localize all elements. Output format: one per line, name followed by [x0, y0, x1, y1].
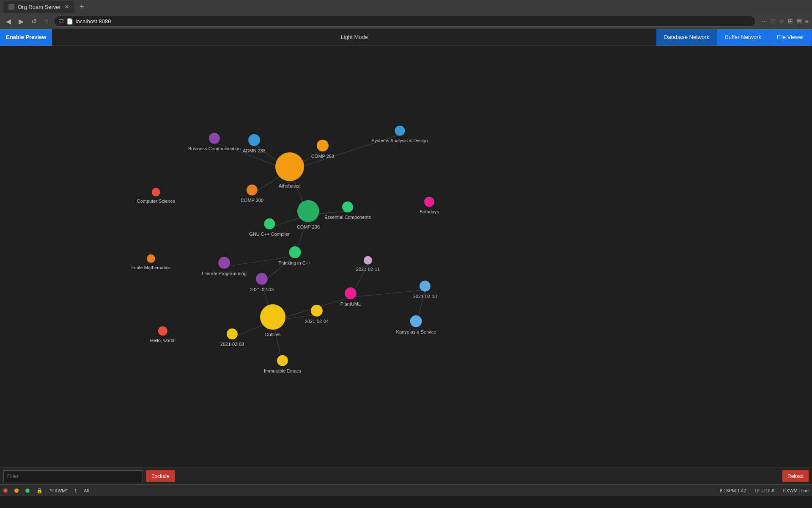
node-circle-dotfiles — [260, 304, 285, 330]
graph-node-literate_prog[interactable]: Literate Programming — [202, 257, 247, 276]
node-circle-date_20210213 — [420, 281, 431, 292]
new-tab-button[interactable]: + — [76, 3, 88, 11]
graph-node-essential_components[interactable]: Essential Components — [324, 202, 371, 220]
back-button[interactable]: ◀ — [3, 16, 14, 27]
graph-node-athabasca[interactable]: Athabasca — [275, 152, 304, 189]
status-dot-yellow — [14, 489, 19, 493]
node-circle-systems_analysis — [395, 126, 405, 136]
graph-node-admn233[interactable]: ADMN 233 — [243, 134, 266, 154]
grid-icon[interactable]: ⊞ — [788, 18, 793, 25]
status-bar: 🔒 *EXWM* 1 All 8:18PM 1.42 LF UTF-8 EXWM… — [0, 484, 812, 496]
filter-input[interactable] — [3, 470, 143, 482]
node-circle-computer_science — [152, 188, 160, 196]
node-circle-date_20210211 — [364, 256, 372, 265]
node-label-date_20210203: 2021-02-03 — [250, 287, 274, 293]
node-circle-date_20210208 — [227, 329, 238, 340]
buffer-network-button[interactable]: Buffer Network — [717, 29, 769, 46]
graph-node-computer_science[interactable]: Computer Science — [137, 188, 176, 204]
node-label-finite_math: Finite Mathematics — [132, 265, 170, 271]
node-label-date_20210211: 2021-02-11 — [356, 266, 380, 272]
graph-node-systems_analysis[interactable]: Systems Analysis & Design — [371, 126, 428, 144]
page-icon: 📄 — [66, 18, 73, 25]
active-tab[interactable]: Org Roam Server ✕ — [3, 1, 74, 13]
node-label-kanye: Kanye as a Service — [396, 329, 436, 335]
forward-button[interactable]: ▶ — [16, 16, 26, 27]
database-network-button[interactable]: Database Network — [656, 29, 717, 46]
graph-node-comp206[interactable]: COMP 206 — [297, 200, 320, 230]
node-circle-plantuml — [345, 287, 357, 299]
node-circle-immutable_emacs — [277, 355, 288, 366]
graph-node-comp200[interactable]: COMP 200 — [241, 185, 263, 203]
exclude-button[interactable]: Exclude — [146, 470, 175, 482]
node-label-business_comm: Business Communication — [188, 146, 241, 152]
graph-node-date_20210204[interactable]: 2021-02-04 — [305, 305, 329, 324]
node-label-literate_prog: Literate Programming — [202, 271, 247, 276]
node-circle-gnu_cpp — [264, 218, 275, 229]
node-label-gnu_cpp: GNU C++ Compiler — [249, 231, 289, 237]
node-label-admn233: ADMN 233 — [243, 148, 266, 154]
address-text: localhost:8080 — [76, 18, 111, 25]
star-icon[interactable]: ☆ — [779, 18, 785, 25]
node-circle-athabasca — [275, 152, 304, 181]
node-label-date_20210213: 2021-02-13 — [413, 293, 437, 299]
status-exwm: EXWM : line — [783, 488, 809, 493]
sidebar-icon[interactable]: ▤ — [796, 18, 802, 25]
graph-node-dotfiles[interactable]: Dotfiles — [260, 304, 285, 337]
node-circle-admn233 — [248, 134, 260, 146]
status-dot-red — [3, 489, 8, 493]
tab-close-button[interactable]: ✕ — [64, 3, 69, 10]
graph-node-date_20210213[interactable]: 2021-02-13 — [413, 281, 437, 299]
node-circle-date_20210204 — [311, 305, 323, 317]
node-label-birthdays: Birthdays — [420, 209, 439, 215]
tab-bar: Org Roam Server ✕ + — [0, 0, 812, 14]
graph-node-comp268[interactable]: COMP 268 — [311, 140, 334, 159]
graph-node-thinking_cpp[interactable]: Thinking in C++ — [278, 246, 311, 266]
status-encoding: LF UTF-8 — [754, 488, 774, 493]
graph-node-immutable_emacs[interactable]: Immutable Emacs — [264, 355, 301, 374]
tab-favicon — [8, 4, 14, 10]
light-mode-label: Light Mode — [341, 34, 368, 40]
node-label-plantuml: PlantUML — [340, 301, 361, 307]
graph-node-date_20210211[interactable]: 2021-02-11 — [356, 256, 380, 272]
graph-node-birthdays[interactable]: Birthdays — [420, 197, 439, 215]
node-circle-date_20210203 — [256, 273, 268, 285]
reload-graph-button[interactable]: Reload — [782, 470, 809, 482]
home-button[interactable]: ⌂ — [42, 16, 51, 27]
graph-node-kanye[interactable]: Kanye as a Service — [396, 315, 436, 335]
main-area: AthabascaCOMP 206ADMN 233COMP 268Busines… — [0, 46, 812, 496]
node-circle-birthdays — [424, 197, 434, 207]
menu-icon[interactable]: ≡ — [805, 18, 809, 25]
status-dot-green — [25, 489, 30, 493]
graph-node-plantuml[interactable]: PlantUML — [340, 287, 361, 307]
node-circle-finite_math — [147, 254, 155, 263]
node-circle-comp268 — [317, 140, 329, 152]
address-bar[interactable]: 🛡 📄 localhost:8080 — [54, 16, 756, 27]
graph-node-date_20210208[interactable]: 2021-02-08 — [220, 329, 244, 347]
browser-nav-icons: ··· ♡ ☆ ⊞ ▤ ≡ — [762, 18, 809, 25]
toolbar-center: Light Mode — [52, 34, 656, 40]
graph-node-finite_math[interactable]: Finite Mathematics — [132, 254, 170, 271]
node-label-date_20210208: 2021-02-08 — [220, 341, 244, 347]
toolbar-right: Database Network Buffer Network File Vie… — [656, 29, 812, 46]
more-icon[interactable]: ··· — [762, 18, 767, 25]
node-label-comp206: COMP 206 — [297, 224, 320, 230]
node-circle-literate_prog — [218, 257, 230, 269]
node-circle-kanye — [410, 315, 422, 327]
graph-node-hello_world[interactable]: Hello, world! — [150, 326, 176, 343]
node-circle-essential_components — [342, 202, 353, 213]
enable-preview-button[interactable]: Enable Preview — [0, 29, 52, 46]
status-workspace: *EXWM* — [49, 488, 68, 493]
node-circle-thinking_cpp — [289, 246, 301, 258]
bookmark-icon[interactable]: ♡ — [770, 18, 776, 25]
node-label-computer_science: Computer Science — [137, 198, 176, 204]
file-viewer-button[interactable]: File Viewer — [769, 29, 812, 46]
status-lock-icon: 🔒 — [36, 488, 43, 494]
graph-node-gnu_cpp[interactable]: GNU C++ Compiler — [249, 218, 289, 237]
node-circle-comp206 — [297, 200, 319, 222]
node-label-dotfiles: Dotfiles — [265, 331, 281, 337]
node-circle-business_comm — [209, 133, 220, 144]
node-label-comp200: COMP 200 — [241, 197, 263, 203]
graph-node-business_comm[interactable]: Business Communication — [188, 133, 241, 152]
graph-node-date_20210203[interactable]: 2021-02-03 — [250, 273, 274, 293]
reload-button[interactable]: ↺ — [29, 16, 39, 27]
